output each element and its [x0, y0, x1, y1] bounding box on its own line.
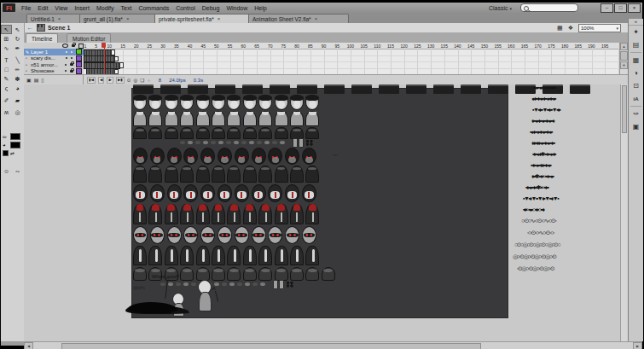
scroll-up-arrow[interactable]: ▲ — [620, 43, 628, 50]
onion-skin-button[interactable]: ◎ — [133, 78, 137, 83]
doc-tab[interactable]: grunt_all (1).fla*× — [79, 14, 160, 23]
stage-pasteboard[interactable]: ⌐⌐ Whats good? AAAA ʌʃɩɾʅϟʌ ▪▪●▪▪●♦▪▪●▪▪… — [24, 84, 628, 341]
text-tool[interactable]: T — [1, 55, 12, 65]
deco-tool[interactable]: ✽ — [12, 74, 23, 84]
layer-visibility-dot[interactable] — [66, 57, 67, 59]
edit-symbols-button[interactable]: ❖ — [568, 25, 573, 32]
eyedropper-tool[interactable]: ✐ — [1, 96, 12, 105]
new-folder-button[interactable]: ▤ — [34, 76, 39, 84]
brush-library-panel-icon[interactable]: ✑ — [629, 108, 643, 120]
menu-commands[interactable]: Commands — [135, 3, 172, 13]
frame-grid[interactable] — [84, 49, 620, 74]
doc-tab[interactable]: Animation Sheet V2.fla*× — [248, 14, 349, 23]
center-frame-button[interactable]: ⊙ — [127, 78, 131, 83]
doc-tab[interactable]: Untitled-1× — [26, 14, 84, 23]
align-panel-icon[interactable]: ▦ — [629, 54, 643, 67]
zoom-level-select[interactable]: 100% ▾ — [578, 24, 621, 32]
breadcrumb-scene[interactable]: Scene 1 — [48, 25, 70, 31]
play-button[interactable]: ▶ — [107, 77, 113, 84]
tool-option[interactable]: ⊙ — [1, 166, 12, 175]
search-input[interactable] — [520, 3, 578, 12]
menu-debug[interactable]: Debug — [199, 3, 223, 13]
properties-panel-icon[interactable]: ✦ — [629, 26, 643, 38]
scroll-thumb[interactable] — [61, 343, 481, 349]
menu-window[interactable]: Window — [223, 3, 251, 13]
layer-visibility-dot[interactable] — [65, 64, 67, 66]
selection-tool[interactable]: ↖ — [1, 25, 12, 34]
bone-tool[interactable]: ς — [1, 84, 12, 93]
go-to-last-frame-button[interactable]: ▶▮ — [116, 77, 125, 84]
layer-visibility-dot[interactable] — [66, 51, 67, 53]
step-back-button[interactable]: ◀ — [98, 77, 104, 84]
lock-column-icon[interactable] — [72, 44, 75, 47]
edit-scene-button[interactable]: ▦ — [557, 25, 563, 32]
scroll-left-arrow[interactable]: ◀ — [24, 342, 33, 349]
subselection-tool[interactable]: ⇖ — [12, 25, 23, 34]
free-transform-tool[interactable]: ⊞ — [1, 34, 12, 44]
eraser-tool[interactable]: ▰ — [12, 96, 23, 105]
fill-swatch[interactable] — [10, 142, 20, 148]
info-panel-icon[interactable]: iA — [629, 92, 643, 105]
swap-colors-button[interactable]: ⇄ — [10, 150, 16, 156]
close-icon[interactable]: × — [315, 16, 318, 21]
scroll-thumb[interactable] — [622, 85, 627, 133]
project-panel-icon[interactable]: ▣ — [629, 120, 643, 133]
scroll-right-arrow[interactable]: ▶ — [633, 342, 642, 349]
default-colors-button[interactable] — [3, 150, 9, 156]
minimize-button[interactable]: – — [600, 3, 613, 13]
edit-multiple-frames-button[interactable]: ⁘ — [147, 78, 151, 83]
frame-grid-area[interactable]: 1510152025303540455055606570758085909510… — [84, 43, 620, 74]
stage-horizontal-scrollbar[interactable]: ◀ ▶ — [24, 341, 642, 349]
line-tool[interactable]: ╲ — [12, 55, 23, 65]
close-icon[interactable]: × — [218, 16, 221, 21]
menu-help[interactable]: Help — [251, 3, 270, 13]
menu-edit[interactable]: Edit — [34, 3, 51, 13]
paint-bucket-tool[interactable]: ◕ — [12, 84, 23, 93]
onion-skin-outlines-button[interactable]: ❏ — [140, 78, 144, 83]
pencil-tool[interactable]: ✏ — [12, 65, 23, 74]
tool-option[interactable]: ∾ — [12, 166, 23, 175]
lock-icon[interactable] — [70, 63, 73, 66]
brush-tool[interactable]: ✎ — [1, 74, 12, 84]
layer-visibility-dot[interactable] — [65, 70, 67, 72]
layer-outline-color[interactable] — [76, 61, 82, 67]
new-layer-button[interactable]: ▣ — [26, 76, 32, 84]
hand-tool[interactable]: ʍ — [1, 108, 12, 117]
layer-outline-color[interactable] — [76, 55, 82, 61]
close-icon[interactable]: × — [126, 16, 130, 21]
menu-modify[interactable]: Modify — [93, 3, 118, 13]
workspace-switcher[interactable]: Classic ▾ — [489, 5, 512, 11]
scroll-down-arrow[interactable]: ▼ — [620, 61, 628, 69]
library-panel-icon[interactable]: ▤ — [629, 38, 643, 51]
transform-panel-icon[interactable]: ⊡ — [629, 79, 643, 92]
stroke-swatch[interactable] — [10, 133, 20, 140]
lock-icon[interactable] — [70, 70, 73, 73]
restore-button[interactable]: □ — [614, 3, 627, 13]
layer-lock-dot[interactable] — [71, 51, 73, 53]
zoom-tool[interactable]: ◎ — [12, 108, 23, 117]
close-icon[interactable]: × — [58, 16, 61, 21]
color-panel-icon[interactable]: ◑ — [629, 67, 643, 79]
menu-text[interactable]: Text — [118, 3, 136, 13]
rectangle-tool[interactable]: □ — [1, 65, 12, 74]
doc-tab[interactable]: private-spritesheet.fla*× — [154, 14, 253, 23]
delete-layer-button[interactable]: ▯ — [41, 76, 44, 84]
layer-lock-dot[interactable] — [71, 57, 73, 59]
menu-file[interactable]: File — [18, 3, 34, 13]
pen-tool[interactable]: ✒ — [12, 44, 23, 53]
close-button[interactable]: × — [628, 3, 641, 13]
back-arrow-icon[interactable]: ← — [26, 24, 33, 32]
timeline-vertical-scrollbar[interactable]: ▲ ▼ — [619, 43, 628, 74]
go-to-first-frame-button[interactable]: ▮◀ — [87, 77, 96, 84]
scroll-thumb[interactable] — [620, 51, 628, 61]
lasso-tool[interactable]: ∿ — [1, 44, 12, 53]
expand-panels-button[interactable]: « — [629, 19, 643, 26]
menu-control[interactable]: Control — [172, 3, 199, 13]
playhead-handle[interactable] — [102, 43, 106, 48]
visibility-column-icon[interactable] — [62, 44, 68, 48]
menu-view[interactable]: View — [51, 3, 71, 13]
layer-outline-color[interactable] — [76, 68, 82, 74]
menu-insert[interactable]: Insert — [71, 3, 93, 13]
stage-vertical-scrollbar[interactable] — [620, 84, 628, 341]
rotation-3d-tool[interactable]: ↻ — [12, 34, 23, 44]
